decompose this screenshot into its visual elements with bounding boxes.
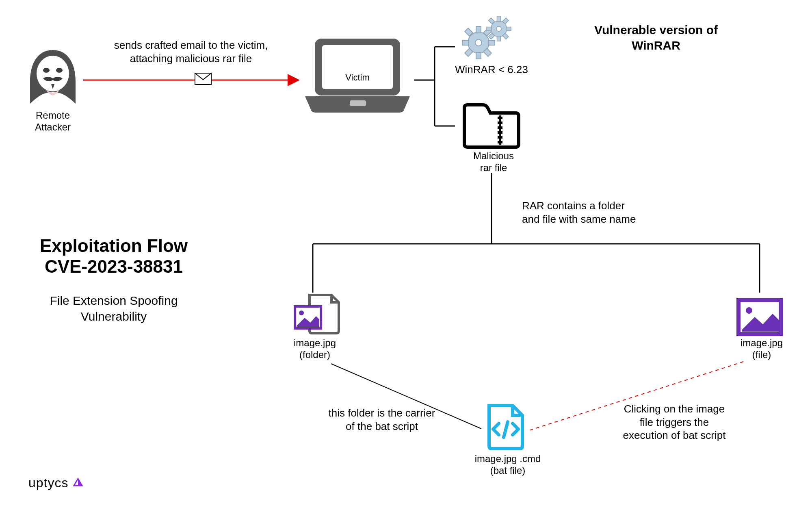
svg-point-10 [43, 68, 50, 73]
file-image-icon [735, 297, 784, 339]
split-rar-contents [313, 173, 760, 293]
gears-icon [459, 14, 516, 65]
svg-rect-20 [488, 40, 495, 45]
svg-point-16 [475, 39, 482, 46]
rar-contains-note: RAR contains a folder and file with same… [522, 199, 684, 226]
diagram-subtitle: File Extension Spoofing Vulnerability [32, 293, 195, 324]
svg-point-11 [56, 68, 63, 73]
winrar-label: WinRAR < 6.23 [455, 63, 528, 76]
svg-rect-14 [350, 100, 366, 106]
svg-point-43 [299, 310, 304, 315]
svg-rect-17 [476, 26, 481, 33]
svg-point-26 [496, 26, 501, 31]
svg-rect-29 [487, 27, 492, 31]
rar-file-label: Malicious rar file [459, 150, 528, 174]
svg-rect-19 [462, 40, 469, 45]
file-item-label: image.jpg (file) [727, 337, 796, 361]
folder-image-icon [292, 293, 341, 339]
victim-label: Victim [325, 72, 390, 83]
script-file-icon [483, 402, 528, 453]
folder-item-label: image.jpg (folder) [280, 337, 349, 361]
brand-text: uptycs [28, 475, 68, 490]
carrier-note: this folder is the carrier of the bat sc… [309, 406, 455, 433]
svg-point-45 [746, 307, 752, 314]
click-note: Clicking on the image file triggers the … [597, 402, 751, 442]
attacker-label: Remote Attacker [18, 110, 87, 133]
brand: uptycs [28, 475, 84, 490]
diagram-title: Exploitation Flow CVE-2023-38831 [20, 236, 207, 277]
svg-rect-27 [497, 17, 501, 22]
attacker-icon [24, 47, 81, 109]
split-victim [414, 47, 455, 126]
brand-logo-icon [72, 477, 84, 489]
rar-archive-icon [461, 102, 522, 152]
email-note: sends crafted email to the victim, attac… [95, 39, 286, 65]
svg-rect-18 [476, 52, 481, 59]
svg-rect-28 [497, 36, 501, 41]
envelope-icon [195, 73, 211, 85]
cmd-file-label: image.jpg .cmd (bat file) [463, 453, 552, 477]
vuln-heading: Vulnerable version of WinRAR [569, 22, 743, 53]
svg-rect-30 [506, 27, 511, 31]
